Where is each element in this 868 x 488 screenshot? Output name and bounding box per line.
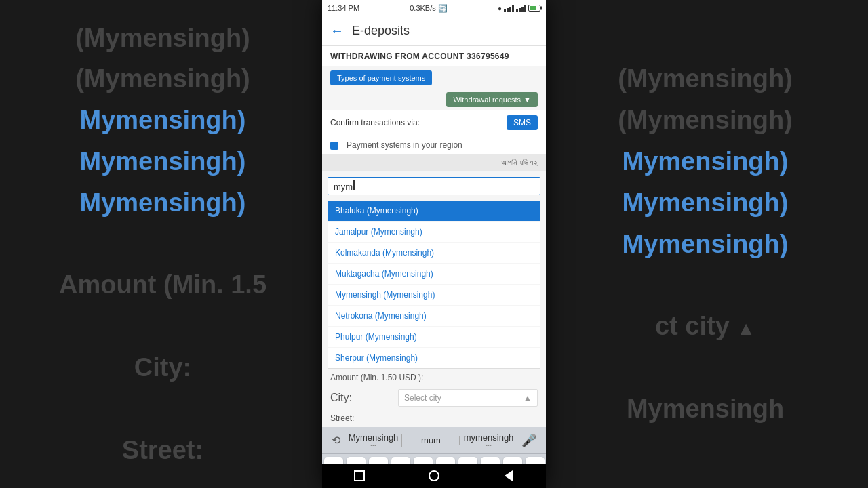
- payment-types-button[interactable]: Types of payment systems: [330, 70, 432, 85]
- key-9[interactable]: 9: [503, 457, 522, 464]
- amount-row: Amount (Min. 1.50 USD ):: [322, 369, 546, 386]
- sms-button[interactable]: SMS: [507, 115, 538, 130]
- checkbox-icon[interactable]: [330, 142, 338, 150]
- city-row: City: Select city ▲: [322, 386, 546, 409]
- city-dropdown: Bhaluka (Mymensingh) Jamalpur (Mymensing…: [328, 201, 540, 369]
- dropdown-item-muktagacha[interactable]: Muktagacha (Mymensingh): [328, 264, 540, 285]
- bottom-nav: [322, 464, 546, 488]
- keyboard-rows: 1 2 3 4 5 6 7 8 9 0 q w e r t: [322, 454, 546, 464]
- bg-right-text: (Mymensingh) (Mymensingh) Mymensingh) My…: [604, 45, 806, 443]
- phone-frame: 11:34 PM 0.3KB/s 🔄 ●: [322, 0, 546, 488]
- street-label: Street:: [330, 413, 398, 423]
- content-area: WITHDRAWING FROM ACCOUNT 336795649 Types…: [322, 46, 546, 464]
- dropdown-item-phulpur[interactable]: Phulpur (Mymensingh): [328, 327, 540, 348]
- key-6[interactable]: 6: [436, 457, 455, 464]
- status-bar: 11:34 PM 0.3KB/s 🔄 ●: [322, 0, 546, 16]
- mic-icon[interactable]: 🎤: [517, 432, 540, 449]
- back-button[interactable]: ←: [330, 23, 344, 39]
- refresh-suggestions-icon[interactable]: ⟲: [328, 432, 344, 448]
- street-row: Street:: [322, 409, 546, 427]
- app-header: ← E-deposits: [322, 16, 546, 46]
- amount-label: Amount (Min. 1.50 USD ):: [330, 373, 423, 382]
- confirm-row: Confirm transactions via: SMS: [322, 110, 546, 136]
- key-4[interactable]: 4: [391, 457, 410, 464]
- nav-square-button[interactable]: [353, 469, 366, 483]
- keyboard-area: ⟲ Mymensingh ••• mum mymensingh ••• 🎤 1: [322, 427, 546, 464]
- key-8[interactable]: 8: [481, 457, 500, 464]
- suggestions-bar: ⟲ Mymensingh ••• mum mymensingh ••• 🎤: [322, 427, 546, 454]
- key-2[interactable]: 2: [347, 457, 366, 464]
- city-field-label: City:: [330, 392, 398, 404]
- nav-home-button[interactable]: [427, 469, 441, 483]
- withdrawal-requests-button[interactable]: Withdrawal requests ▼: [446, 92, 538, 107]
- key-7[interactable]: 7: [458, 457, 477, 464]
- dropdown-item-sherpur[interactable]: Sherpur (Mymensingh): [328, 348, 540, 368]
- bg-left-panel: (Mymensingh) (Mymensingh) Mymensingh) My…: [0, 0, 326, 488]
- bg-right-panel: (Mymensingh) (Mymensingh) Mymensingh) My…: [542, 0, 868, 488]
- dropdown-item-netrokona[interactable]: Netrokona (Mymensingh): [328, 306, 540, 327]
- app-title: E-deposits: [352, 24, 410, 38]
- suggestion-mymensingh2[interactable]: mymensingh •••: [460, 430, 517, 451]
- status-data: 0.3KB/s 🔄: [410, 4, 448, 13]
- payment-region-row: Payment systems in your region: [322, 136, 546, 154]
- number-hint-row: 1 2 3 4 5 6 7 8 9 0: [325, 457, 543, 464]
- bangla-text: আপনি যদি ৭২: [322, 154, 546, 171]
- payment-region-label: Payment systems in your region: [347, 140, 462, 150]
- battery-icon: [528, 5, 540, 12]
- city-placeholder: Select city: [404, 393, 441, 403]
- square-icon: [354, 470, 365, 481]
- key-3[interactable]: 3: [369, 457, 388, 464]
- signal-icon-2: [516, 4, 526, 12]
- key-5[interactable]: 5: [414, 457, 433, 464]
- status-icons: ●: [498, 4, 540, 12]
- key-1[interactable]: 1: [324, 457, 343, 464]
- dropdown-item-kolmakanda[interactable]: Kolmakanda (Mymensingh): [328, 243, 540, 264]
- withdrawal-row: Withdrawal requests ▼: [322, 89, 546, 110]
- account-label: WITHDRAWING FROM ACCOUNT 336795649: [322, 46, 546, 66]
- dropdown-item-bhaluka[interactable]: Bhaluka (Mymensingh): [328, 201, 540, 222]
- suggestion-mymensingh[interactable]: Mymensingh •••: [344, 430, 402, 451]
- suggestion-mum[interactable]: mum: [402, 432, 460, 448]
- dropdown-item-jamalpur[interactable]: Jamalpur (Mymensingh): [328, 222, 540, 243]
- key-0[interactable]: 0: [526, 457, 545, 464]
- dropdown-item-mymensingh[interactable]: Mymensingh (Mymensingh): [328, 285, 540, 306]
- status-time: 11:34 PM: [328, 4, 359, 12]
- city-search-input[interactable]: mym: [334, 180, 534, 192]
- chevron-up-icon: ▲: [524, 393, 532, 403]
- triangle-icon: [505, 470, 513, 481]
- bg-left-text: (Mymensingh) (Mymensingh) Mymensingh) My…: [45, 4, 280, 485]
- city-select-box[interactable]: Select city ▲: [398, 389, 538, 407]
- nav-back-button[interactable]: [502, 469, 515, 483]
- confirm-label: Confirm transactions via:: [330, 118, 420, 127]
- circle-icon: [429, 470, 439, 481]
- city-search-container: mym: [328, 177, 540, 195]
- signal-icon: [504, 4, 514, 12]
